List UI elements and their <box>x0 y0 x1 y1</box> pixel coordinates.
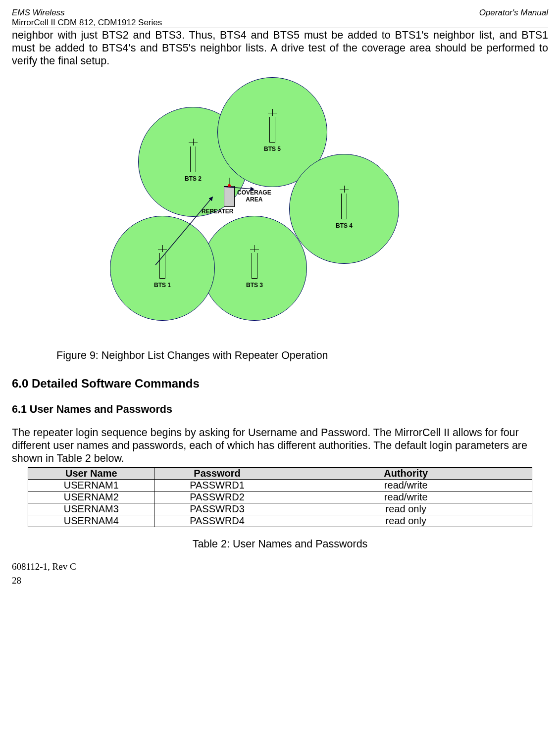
page-header-sub: MirrorCell II CDM 812, CDM1912 Series <box>12 18 548 28</box>
repeater-icon <box>224 186 235 207</box>
table-row: User Name Password Authority <box>28 467 532 479</box>
repeater-label: REPEATER <box>202 208 233 215</box>
section-6-1-paragraph: The repeater login sequence begins by as… <box>12 427 548 465</box>
bts3-label: BTS 3 <box>246 282 263 289</box>
bts3-circle: BTS 3 <box>202 216 307 321</box>
coverage-line1: COVERAGE <box>237 189 271 196</box>
page-header-top: EMS Wireless Operator's Manual <box>12 8 548 18</box>
cell-user: USERNAM3 <box>28 503 154 515</box>
bts2-tower-icon <box>189 142 198 172</box>
figure-9-caption: Figure 9: Neighbor List Changes with Rep… <box>56 349 548 362</box>
cell-auth: read/write <box>280 479 532 491</box>
cell-user: USERNAM4 <box>28 515 154 527</box>
cell-user: USERNAM2 <box>28 491 154 503</box>
table-header-username: User Name <box>28 467 154 479</box>
bts1-circle: BTS 1 <box>110 216 215 321</box>
table-row: USERNAM2 PASSWRD2 read/write <box>28 491 532 503</box>
bts4-label: BTS 4 <box>336 222 353 229</box>
table-header-password: Password <box>154 467 280 479</box>
cell-user: USERNAM1 <box>28 479 154 491</box>
cell-pass: PASSWRD2 <box>154 491 280 503</box>
bts3-tower-icon <box>250 248 259 279</box>
header-right-top: Operator's Manual <box>479 8 548 18</box>
cell-auth: read only <box>280 515 532 527</box>
coverage-label: COVERAGE AREA <box>237 190 271 202</box>
section-6-1-heading: 6.1 User Names and Passwords <box>12 403 548 416</box>
coverage-line2: AREA <box>246 196 262 203</box>
table-row: USERNAM3 PASSWRD3 read only <box>28 503 532 515</box>
table-header-authority: Authority <box>280 467 532 479</box>
table-row: USERNAM1 PASSWRD1 read/write <box>28 479 532 491</box>
table-2-login-parameters: User Name Password Authority USERNAM1 PA… <box>28 467 532 527</box>
bts1-tower-icon <box>158 248 167 279</box>
bts2-label: BTS 2 <box>185 175 202 182</box>
cell-pass: PASSWRD4 <box>154 515 280 527</box>
cell-pass: PASSWRD1 <box>154 479 280 491</box>
footer-page-number: 28 <box>12 575 548 586</box>
cell-auth: read/write <box>280 491 532 503</box>
intro-paragraph: neighbor with just BTS2 and BTS3. Thus, … <box>12 29 548 67</box>
table-2-caption: Table 2: User Names and Passwords <box>12 538 548 550</box>
bts1-label: BTS 1 <box>154 282 171 289</box>
cell-auth: read only <box>280 503 532 515</box>
section-6-heading: 6.0 Detailed Software Commands <box>12 377 548 391</box>
header-left-top: EMS Wireless <box>12 8 65 18</box>
bts4-tower-icon <box>340 189 349 219</box>
bts5-label: BTS 5 <box>264 146 281 152</box>
figure-9-diagram: BTS 2 BTS 5 BTS 4 BTS 3 BTS 1 REPEATER C… <box>12 72 548 330</box>
bts5-tower-icon <box>268 112 277 143</box>
bts4-circle: BTS 4 <box>289 154 399 264</box>
cell-pass: PASSWRD3 <box>154 503 280 515</box>
table-row: USERNAM4 PASSWRD4 read only <box>28 515 532 527</box>
footer-doc-rev: 608112-1, Rev C <box>12 561 548 572</box>
